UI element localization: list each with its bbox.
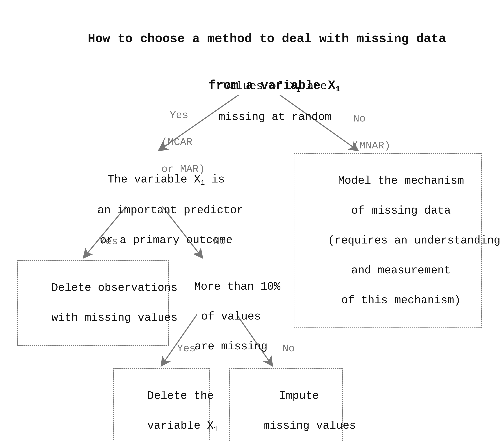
leaf-impute: Impute missing values [229,368,343,441]
leaf-model-mechanism: Model the mechanism of missing data (req… [294,153,482,328]
leaf-delete-variable: Delete the variable X1 [113,368,210,441]
edge-more10-no: No [257,328,282,369]
node-root: Values of X1 are missing at random [188,64,335,140]
edge-more10-yes: Yes [152,328,180,369]
edge-important-no: No [188,221,213,262]
title-line-1: How to choose a method to deal with miss… [88,32,446,46]
leaf-delete-observations: Delete observations with missing values [17,260,169,346]
edge-important-yes: Yes [74,221,102,262]
flowchart-canvas: How to choose a method to deal with miss… [0,0,504,441]
